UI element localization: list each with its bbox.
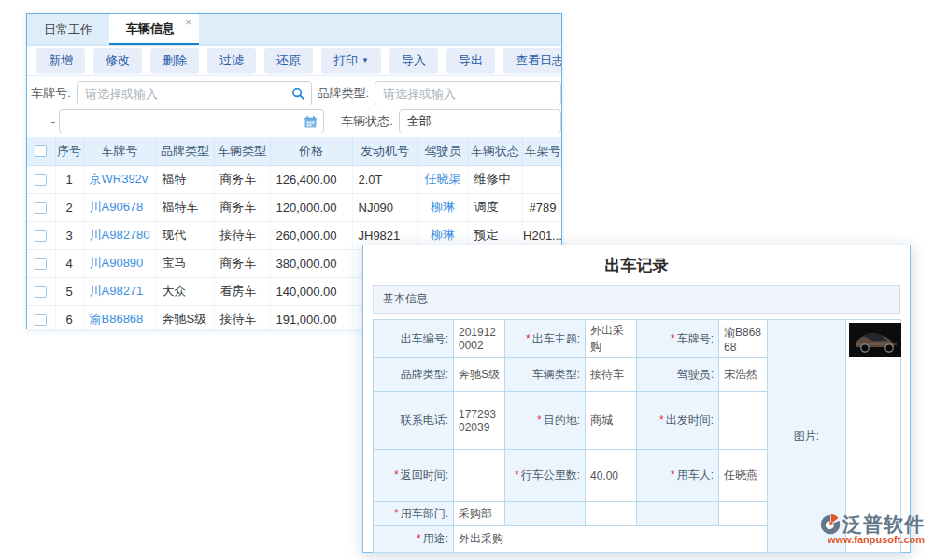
edit-button[interactable]: 修改 <box>93 48 142 74</box>
field-label-mileage: *行车公里数: <box>505 450 586 502</box>
col-plate: 车牌号 <box>83 137 156 165</box>
col-num: 序号 <box>55 137 83 165</box>
field-value-user[interactable]: 任晓燕 <box>719 450 768 502</box>
field-label-user: *用车人: <box>637 450 719 502</box>
print-button-label: 打印 <box>333 52 358 69</box>
plate-filter-input[interactable] <box>77 81 312 105</box>
date-range-separator: - <box>48 115 59 129</box>
row-checkbox[interactable] <box>35 314 47 326</box>
fanpu-logo-icon <box>820 514 841 535</box>
date-filter-input[interactable] <box>59 109 324 133</box>
section-basic-info: 基本信息 <box>373 285 900 314</box>
dispatch-record-dialog: 出车记录 基本信息 出车编号: 2019120002 *出车主题: 外出采购 *… <box>362 245 911 553</box>
screen: 日常工作 车辆信息 × 新增 修改 删除 过滤 还原 打印 ▼ 导入 导出 查看… <box>0 0 934 560</box>
field-value-purpose[interactable]: 外出采购 <box>454 526 768 553</box>
select-all-checkbox[interactable] <box>35 145 47 157</box>
fanpu-brand-text: 泛普软件 <box>842 514 925 535</box>
field-value-brand[interactable]: 奔驰S级 <box>454 358 505 392</box>
fanpu-watermark: 泛普软件 www.fanpusoft.com <box>805 514 925 546</box>
tab-vehicle-info[interactable]: 车辆信息 × <box>109 14 199 45</box>
field-value-subject[interactable]: 外出采购 <box>586 320 637 358</box>
status-filter-label: 车辆状态: <box>324 113 393 130</box>
field-label-subject: *出车主题: <box>505 320 586 358</box>
field-value-depart-time[interactable] <box>719 392 768 450</box>
field-value-phone[interactable]: 17729302039 <box>454 392 505 450</box>
vehicle-photo[interactable] <box>849 323 901 357</box>
plate-filter-label: 车牌号: <box>27 85 71 102</box>
row-checkbox[interactable] <box>35 286 47 298</box>
field-value-driver[interactable]: 宋浩然 <box>719 358 768 392</box>
field-label-depart-time: *出发时间: <box>637 392 719 450</box>
row-checkbox[interactable] <box>35 258 47 270</box>
field-label-driver: 驾驶员: <box>637 358 719 392</box>
table-row: 2 川A90678 福特车 商务车 120,000.00 NJ090 柳琳 调度… <box>27 193 562 221</box>
tab-vehicle-info-label: 车辆信息 <box>126 21 175 37</box>
field-label-plate: *车牌号: <box>637 320 719 358</box>
reset-button[interactable]: 还原 <box>264 48 313 74</box>
search-icon[interactable] <box>291 87 305 101</box>
plate-link[interactable]: 渝B86868 <box>83 305 156 329</box>
plate-link[interactable]: 京WR392v <box>83 165 156 193</box>
col-brand: 品牌类型 <box>156 137 214 165</box>
status-filter-select[interactable]: 全部 <box>399 109 561 133</box>
row-checkbox[interactable] <box>35 174 47 186</box>
field-value-department[interactable]: 采购部 <box>454 502 505 526</box>
dialog-title: 出车记录 <box>363 245 910 285</box>
field-value-destination[interactable]: 商城 <box>586 392 637 450</box>
col-status: 车辆状态 <box>468 137 522 165</box>
field-label-phone: 联系电话: <box>374 392 454 450</box>
field-value-vtype[interactable]: 接待车 <box>586 358 637 392</box>
plate-link[interactable]: 川A90678 <box>83 193 156 221</box>
close-icon[interactable]: × <box>185 17 191 28</box>
field-label-return-time: *返回时间: <box>374 450 454 502</box>
field-value-return-time[interactable] <box>454 450 505 502</box>
col-type: 车辆类型 <box>214 137 270 165</box>
table-header-row: 序号 车牌号 品牌类型 车辆类型 价格 发动机号 驾驶员 车辆状态 车架号 <box>27 137 562 165</box>
chevron-down-icon: ▼ <box>361 56 369 64</box>
field-value-mileage[interactable]: 40.00 <box>586 450 637 502</box>
field-label-brand: 品牌类型: <box>374 358 454 392</box>
add-button[interactable]: 新增 <box>36 48 85 74</box>
import-button[interactable]: 导入 <box>389 48 438 74</box>
field-label-purpose: *用途: <box>374 526 454 553</box>
col-vin: 车架号 <box>522 137 562 165</box>
plate-link[interactable]: 川A982780 <box>83 221 156 249</box>
field-label-destination: *目的地: <box>505 392 586 450</box>
tab-bar: 日常工作 车辆信息 × <box>27 14 561 46</box>
field-value-dispatch-no[interactable]: 2019120002 <box>454 320 505 358</box>
plate-link[interactable]: 川A90890 <box>83 249 156 277</box>
calendar-icon[interactable] <box>304 115 318 129</box>
table-row: 1 京WR392v 福特 商务车 126,400.00 2.0T 任晓渠 维修中 <box>27 165 562 193</box>
col-price: 价格 <box>270 137 352 165</box>
driver-link[interactable]: 任晓渠 <box>417 165 468 193</box>
toolbar: 新增 修改 删除 过滤 还原 打印 ▼ 导入 导出 查看日志 <box>27 46 561 76</box>
plate-link[interactable]: 川A98271 <box>83 277 156 305</box>
view-log-button[interactable]: 查看日志 <box>503 48 562 74</box>
filter-button[interactable]: 过滤 <box>207 48 256 74</box>
row-checkbox[interactable] <box>35 230 47 242</box>
field-label-vtype: 车辆类型: <box>505 358 586 392</box>
brand-filter-label: 品牌类型: <box>312 85 369 102</box>
field-value-plate[interactable]: 渝B86868 <box>719 320 768 358</box>
filter-area: 车牌号: 品牌类型: - <box>27 76 561 137</box>
print-button[interactable]: 打印 ▼ <box>321 48 381 74</box>
export-button[interactable]: 导出 <box>446 48 495 74</box>
brand-filter-input[interactable] <box>375 81 561 105</box>
col-driver: 驾驶员 <box>417 137 468 165</box>
delete-button[interactable]: 删除 <box>150 48 199 74</box>
field-label-department: *用车部门: <box>374 502 454 526</box>
driver-link[interactable]: 柳琳 <box>417 193 468 221</box>
field-label-dispatch-no: 出车编号: <box>374 320 454 358</box>
fanpu-url-text: www.fanpusoft.com <box>805 535 925 546</box>
row-checkbox[interactable] <box>35 202 47 214</box>
col-engine: 发动机号 <box>352 137 417 165</box>
tab-daily-work[interactable]: 日常工作 <box>27 14 109 45</box>
